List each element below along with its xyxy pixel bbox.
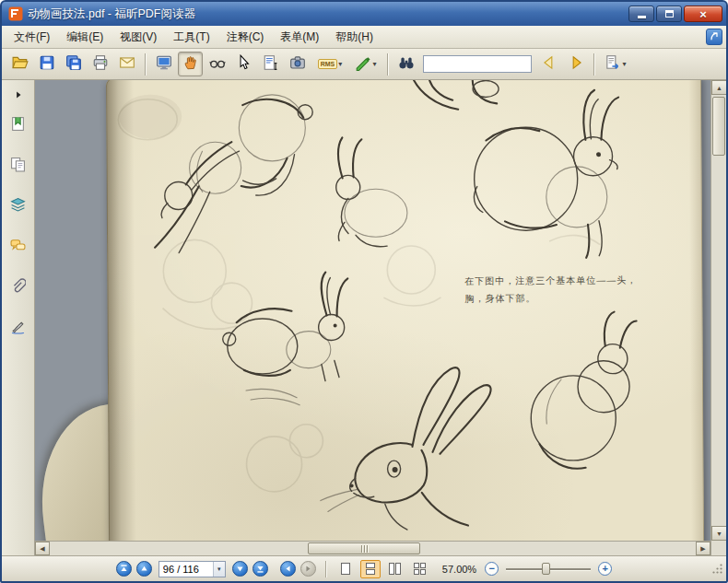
maximize-icon	[665, 10, 674, 17]
previous-view-button[interactable]	[536, 52, 561, 76]
menu-help[interactable]: 帮助(H)	[327, 27, 382, 48]
maximize-button[interactable]	[656, 6, 682, 22]
rms-protect-button[interactable]: RMS▾	[311, 52, 348, 76]
window-title: 动物画技法.pdf - 福昕PDF阅读器	[28, 6, 628, 22]
email-button[interactable]	[114, 52, 139, 76]
previous-view-button-status[interactable]	[280, 561, 296, 577]
open-button[interactable]	[7, 52, 32, 76]
send-page-icon	[605, 54, 621, 75]
scroll-up-icon: ▲	[716, 85, 722, 91]
next-view-button[interactable]	[563, 52, 588, 76]
zoom-slider[interactable]	[506, 562, 591, 576]
horizontal-scrollbar[interactable]: ◀ ▶	[35, 541, 710, 555]
menu-view[interactable]: 视图(V)	[112, 27, 165, 48]
search-input[interactable]	[423, 55, 532, 73]
next-page-button[interactable]	[232, 561, 248, 577]
zoom-tool-button[interactable]	[205, 52, 229, 76]
expand-panel-button[interactable]	[9, 86, 28, 104]
save-floppy-icon	[39, 54, 55, 75]
send-document-button[interactable]: ▾	[600, 52, 631, 76]
bookmarks-panel-button[interactable]	[6, 113, 30, 137]
bookmark-icon	[10, 116, 26, 135]
monitor-icon	[156, 54, 172, 75]
app-icon	[8, 6, 23, 21]
quick-launch-button[interactable]	[706, 29, 722, 45]
pages-panel-button[interactable]	[6, 154, 30, 178]
layers-panel-button[interactable]	[6, 194, 30, 218]
highlight-pen-button[interactable]: ▾	[350, 52, 382, 76]
vertical-scroll-thumb[interactable]	[712, 97, 725, 156]
last-page-icon	[255, 561, 265, 577]
titlebar: 动物画技法.pdf - 福昕PDF阅读器 ×	[2, 2, 726, 26]
minimize-button[interactable]	[628, 6, 654, 22]
zoom-in-icon: +	[602, 563, 607, 574]
close-icon: ×	[699, 8, 707, 20]
continuous-facing-mode-button[interactable]	[410, 560, 430, 578]
menubar: 文件(F) 编辑(E) 视图(V) 工具(T) 注释(C) 表单(M) 帮助(H…	[2, 26, 726, 49]
vertical-scroll-track[interactable]	[711, 95, 726, 526]
menu-tools[interactable]: 工具(T)	[165, 27, 217, 48]
last-page-button[interactable]	[252, 561, 268, 577]
horizontal-scroll-track[interactable]	[50, 542, 696, 555]
first-page-button[interactable]	[116, 561, 132, 577]
menu-edit[interactable]: 编辑(E)	[58, 27, 112, 48]
zoom-in-button[interactable]: +	[598, 562, 612, 576]
hand-tool-button[interactable]	[178, 52, 203, 76]
comments-panel-button[interactable]	[6, 235, 30, 259]
pdf-page[interactable]: 在下图中，注意三个基本单位——头，胸，身体下部。	[106, 80, 704, 541]
zoom-out-button[interactable]: −	[485, 562, 499, 576]
app-window: 动物画技法.pdf - 福昕PDF阅读器 × 文件(F) 编辑(E) 视图(V)…	[0, 0, 728, 583]
open-folder-icon	[12, 54, 29, 75]
save-all-button[interactable]	[61, 52, 86, 76]
speech-bubbles-icon	[10, 238, 26, 257]
menu-file[interactable]: 文件(F)	[6, 27, 58, 48]
menu-comments[interactable]: 注释(C)	[218, 27, 273, 48]
facing-mode-button[interactable]	[385, 560, 405, 578]
scroll-down-icon: ▼	[716, 531, 722, 537]
page-edge-shadow	[688, 80, 704, 541]
pdf-view-area[interactable]: 在下图中，注意三个基本单位——头，胸，身体下部。	[35, 80, 710, 541]
scroll-right-button[interactable]: ▶	[696, 542, 710, 555]
snapshot-button[interactable]	[285, 52, 310, 76]
forward-arrow-icon	[303, 561, 313, 577]
menu-forms[interactable]: 表单(M)	[272, 27, 327, 48]
text-select-button[interactable]	[258, 52, 283, 76]
cursor-arrow-icon	[236, 54, 252, 75]
zoom-slider-handle[interactable]	[542, 563, 550, 575]
scroll-up-button[interactable]: ▲	[711, 80, 727, 95]
rms-icon: RMS	[318, 59, 338, 69]
page-dropdown-button[interactable]: ▾	[213, 562, 225, 577]
single-page-mode-button[interactable]	[335, 560, 356, 578]
save-button[interactable]	[34, 52, 59, 76]
scroll-down-button[interactable]: ▼	[711, 526, 727, 541]
hand-icon	[182, 54, 199, 75]
previous-page-icon	[139, 561, 149, 577]
signature-pen-icon	[10, 319, 26, 338]
print-button[interactable]	[88, 52, 112, 76]
fullscreen-button[interactable]	[151, 52, 176, 76]
select-tool-button[interactable]	[231, 52, 256, 76]
envelope-icon	[119, 54, 135, 75]
arrow-left-icon	[541, 54, 558, 75]
signature-panel-button[interactable]	[6, 316, 30, 340]
layers-icon	[10, 197, 26, 216]
window-resize-grip[interactable]	[711, 562, 723, 578]
back-arrow-icon	[283, 561, 293, 577]
pen-icon	[355, 54, 371, 75]
attachments-panel-button[interactable]	[6, 275, 30, 299]
chevron-down-icon: ▾	[338, 61, 342, 68]
close-button[interactable]: ×	[684, 6, 722, 22]
page-number-input[interactable]	[159, 564, 213, 575]
next-view-button-status[interactable]	[300, 561, 316, 577]
statusbar: ▾ 57.00% − +	[2, 555, 726, 581]
next-page-icon	[235, 561, 245, 577]
horizontal-scroll-thumb[interactable]	[308, 542, 420, 554]
first-page-icon	[119, 561, 129, 577]
previous-page-button[interactable]	[136, 561, 152, 577]
continuous-mode-button[interactable]	[360, 560, 381, 578]
page-caption-text: 在下图中，注意三个基本单位——头，胸，身体下部。	[464, 272, 656, 307]
book-gutter-shadow	[106, 80, 136, 541]
find-button[interactable]	[393, 52, 418, 76]
scroll-left-button[interactable]: ◀	[35, 542, 50, 555]
vertical-scrollbar[interactable]: ▲ ▼	[710, 80, 726, 555]
